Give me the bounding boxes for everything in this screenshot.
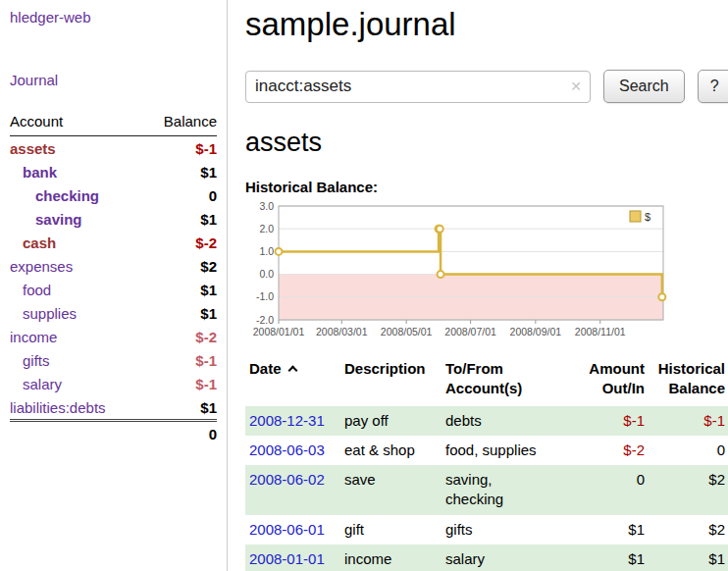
transaction-amount: $-2 [574, 436, 650, 465]
accounts-header-balance: Balance [143, 109, 217, 136]
svg-text:-1.0: -1.0 [256, 290, 274, 302]
account-balance: $-2 [143, 231, 217, 254]
account-row: supplies$1 [10, 301, 217, 325]
register-row[interactable]: 2008-06-01giftgifts$1$2 [245, 515, 728, 545]
transaction-balance: $2 [650, 515, 728, 545]
account-row: food$1 [10, 278, 217, 301]
transaction-amount: $-1 [574, 406, 650, 436]
accounts-header-account: Account [10, 109, 143, 136]
transaction-date-link[interactable]: 2008-06-03 [249, 441, 325, 458]
account-balance: $1 [143, 160, 217, 183]
register-header-balance: Historical Balance [650, 357, 728, 406]
sort-asc-icon [287, 366, 297, 376]
main-content: sample.journal ✕ Search ? assets Histori… [228, 0, 728, 571]
account-balance: $2 [143, 254, 217, 278]
register-table: Date Description To/From Account(s) Amou… [245, 357, 728, 571]
sidebar-account-expenses[interactable]: expenses [10, 258, 73, 275]
transaction-amount: $1 [574, 515, 650, 545]
register-header-description: Description [340, 357, 442, 406]
app-title-link[interactable]: hledger-web [10, 9, 217, 26]
transaction-accounts: food, supplies [442, 436, 574, 465]
transaction-accounts: saving, checking [442, 465, 574, 515]
transaction-amount: 0 [574, 465, 650, 515]
sidebar-account-gifts[interactable]: gifts [23, 352, 50, 369]
accounts-total-row: 0 [10, 421, 217, 446]
sidebar-account-salary[interactable]: salary [23, 376, 62, 392]
transaction-date-link[interactable]: 2008-06-02 [249, 471, 325, 488]
account-row: expenses$2 [10, 254, 217, 278]
register-header-accounts: To/From Account(s) [442, 357, 574, 406]
svg-text:2008/03/01: 2008/03/01 [316, 326, 368, 337]
sidebar-account-food[interactable]: food [23, 282, 51, 298]
register-header-date-label: Date [249, 360, 282, 377]
transaction-description: save [340, 465, 442, 515]
register-row[interactable]: 2008-12-31pay offdebts$-1$-1 [245, 406, 728, 436]
transaction-date-cell: 2008-01-01 [245, 545, 340, 571]
transaction-description: gift [340, 515, 442, 545]
account-row: bank$1 [10, 160, 217, 183]
accounts-total-spacer [10, 421, 143, 446]
nav-journal-link[interactable]: Journal [10, 72, 217, 88]
transaction-balance: 0 [650, 436, 728, 465]
account-row: income$-2 [10, 325, 217, 348]
transaction-date-cell: 2008-06-01 [245, 515, 340, 545]
account-balance: $-1 [143, 372, 217, 395]
transaction-accounts: salary [442, 545, 574, 571]
transaction-date-cell: 2008-12-31 [245, 406, 340, 436]
svg-text:1.0: 1.0 [259, 245, 274, 257]
transaction-balance: $-1 [650, 406, 728, 436]
register-header-row: Date Description To/From Account(s) Amou… [245, 357, 728, 406]
transaction-date-link[interactable]: 2008-01-01 [249, 550, 325, 567]
clear-search-icon[interactable]: ✕ [570, 78, 582, 94]
sidebar-account-checking[interactable]: checking [35, 187, 99, 204]
register-row[interactable]: 2008-06-02savesaving, checking0$2 [245, 465, 728, 515]
transaction-accounts: debts [442, 406, 574, 436]
account-row: assets$-1 [10, 136, 217, 161]
account-row: gifts$-1 [10, 348, 217, 372]
register-header-amount: Amount Out/In [574, 357, 650, 406]
transaction-description: eat & shop [340, 436, 442, 465]
svg-text:2008/07/01: 2008/07/01 [444, 326, 496, 337]
account-row: liabilities:debts$1 [10, 395, 217, 421]
page-title: sample.journal [245, 6, 728, 43]
account-balance: $-1 [143, 348, 217, 372]
account-row: checking0 [10, 183, 217, 207]
transaction-date-link[interactable]: 2008-12-31 [249, 412, 325, 429]
sidebar-account-supplies[interactable]: supplies [23, 305, 77, 322]
transaction-date-link[interactable]: 2008-06-01 [249, 521, 325, 538]
help-button[interactable]: ? [698, 70, 728, 103]
transaction-amount: $1 [574, 545, 650, 571]
account-row: cash$-2 [10, 231, 217, 254]
svg-text:2008/05/01: 2008/05/01 [381, 326, 433, 337]
account-balance: $-2 [143, 325, 217, 348]
account-balance: $1 [143, 207, 217, 231]
account-row: saving$1 [10, 207, 217, 231]
search-bar: ✕ Search ? [245, 70, 728, 103]
svg-text:2008/09/01: 2008/09/01 [510, 326, 562, 337]
account-balance: $1 [143, 278, 217, 301]
register-row[interactable]: 2008-01-01incomesalary$1$1 [245, 545, 728, 571]
chart-label: Historical Balance: [245, 179, 728, 195]
svg-text:3.0: 3.0 [259, 200, 274, 212]
transaction-description: pay off [340, 406, 442, 436]
sidebar-account-liabilities-debts[interactable]: liabilities:debts [10, 399, 106, 416]
transaction-balance: $2 [650, 465, 728, 515]
sidebar-account-income[interactable]: income [10, 329, 57, 345]
transaction-date-cell: 2008-06-02 [245, 465, 340, 515]
accounts-table: Account Balance assets$-1bank$1checking0… [10, 109, 217, 445]
search-input[interactable] [245, 71, 591, 103]
accounts-total-balance: 0 [143, 421, 217, 446]
sidebar-account-assets[interactable]: assets [10, 140, 56, 157]
register-row[interactable]: 2008-06-03eat & shopfood, supplies$-20 [245, 436, 728, 465]
register-header-date[interactable]: Date [245, 357, 340, 406]
search-button[interactable]: Search [603, 70, 685, 103]
svg-text:2008/11/01: 2008/11/01 [575, 326, 626, 337]
sidebar-account-cash[interactable]: cash [23, 234, 56, 251]
transaction-description: income [340, 545, 442, 571]
account-balance: $1 [143, 395, 217, 421]
account-balance: $1 [143, 301, 217, 325]
sidebar-account-saving[interactable]: saving [35, 211, 82, 228]
sidebar-account-bank[interactable]: bank [23, 164, 57, 181]
svg-text:0.0: 0.0 [259, 268, 274, 280]
transaction-accounts: gifts [442, 515, 574, 545]
